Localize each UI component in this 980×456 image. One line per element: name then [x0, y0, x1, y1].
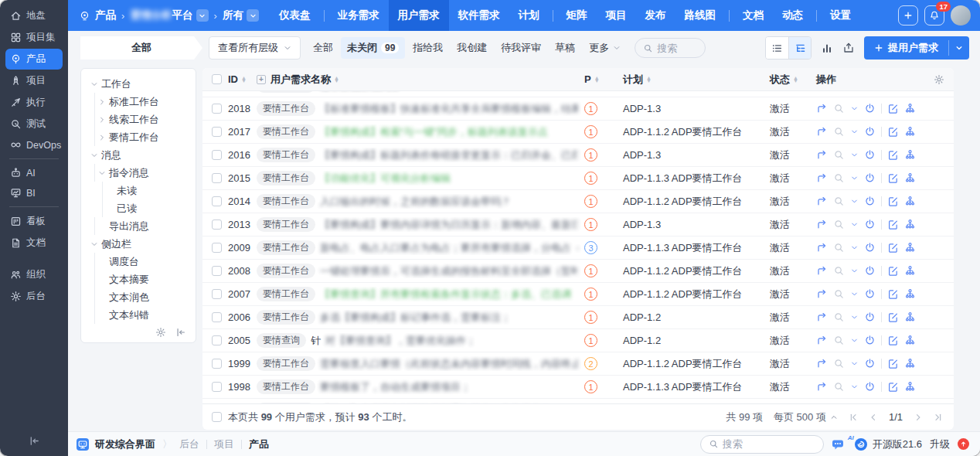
tree-item-text-polish[interactable]: 文本润色 — [87, 288, 189, 306]
row-checkbox[interactable] — [212, 335, 222, 345]
transfer-icon[interactable] — [816, 126, 828, 138]
tab-dashboard[interactable]: 仪表盘 — [270, 0, 320, 31]
create-story-dropdown[interactable] — [949, 36, 969, 60]
filter-assigned-to-me[interactable]: 指给我 — [407, 37, 449, 59]
sidebar-item-ai[interactable]: AI — [5, 163, 63, 182]
hierarchy-select[interactable]: 查看所有层级 — [209, 36, 301, 60]
sidebar-item-qa[interactable]: 测试 — [5, 114, 63, 134]
tree-item-intel-workbench[interactable]: 要情工作台 — [87, 128, 189, 146]
search-icon[interactable] — [833, 288, 845, 300]
row-checkbox[interactable] — [212, 243, 222, 253]
chevron-down-icon[interactable] — [98, 169, 106, 177]
subdivide-icon[interactable] — [904, 311, 916, 323]
sidebar-item-project-sets[interactable]: 项目集 — [5, 27, 63, 48]
subdivide-icon[interactable] — [904, 172, 916, 184]
tree-item-workbench[interactable]: 工作台 — [87, 75, 189, 93]
chevron-down-icon[interactable] — [850, 313, 859, 322]
edit-icon[interactable] — [887, 242, 899, 254]
tab-business-req[interactable]: 业务需求 — [328, 0, 389, 31]
close-icon[interactable] — [864, 311, 876, 323]
prev-page-icon[interactable] — [869, 413, 878, 422]
search-icon[interactable] — [833, 172, 845, 184]
table-row[interactable]: 2009 要情工作台 新电占、电占入口要占为电占；要所有要情选择，分电占（占）、… — [202, 237, 954, 260]
sort-icon[interactable]: ▲▼ — [793, 77, 798, 83]
app-switcher[interactable]: 研发综合界面 — [76, 437, 155, 451]
chevron-down-icon[interactable] — [90, 151, 98, 159]
filter-all[interactable]: 全部 — [307, 37, 339, 59]
column-plan[interactable]: 计划▲▼ — [620, 73, 767, 87]
per-page-select[interactable]: 每页 500 项 — [774, 410, 838, 424]
transfer-icon[interactable] — [816, 103, 828, 114]
list-view-button[interactable] — [766, 37, 788, 59]
close-icon[interactable] — [864, 219, 876, 230]
transfer-icon[interactable] — [816, 265, 828, 277]
chevron-down-icon[interactable] — [850, 197, 859, 206]
tree-item-dispatch[interactable]: 调度台 — [87, 253, 189, 271]
sidebar-item-doc[interactable]: 文档 — [5, 233, 63, 254]
transfer-icon[interactable] — [816, 172, 828, 184]
tree-settings-icon[interactable] — [155, 327, 166, 338]
subdivide-icon[interactable] — [904, 381, 916, 393]
chevron-down-icon[interactable] — [850, 104, 859, 113]
tree-collapse-icon[interactable] — [175, 327, 186, 338]
edit-icon[interactable] — [887, 381, 899, 393]
table-row[interactable]: 1999 要情工作台 需要核查入口要情（此前状态未内容要情时间线，内容终止渠道条… — [202, 352, 954, 376]
edit-icon[interactable] — [887, 219, 899, 230]
sidebar-item-home[interactable]: 地盘 — [5, 5, 63, 26]
row-checkbox[interactable] — [212, 196, 222, 206]
column-priority[interactable]: P▲▼ — [581, 73, 620, 85]
breadcrumb-scope[interactable]: 所有 — [223, 9, 259, 22]
tab-plan[interactable]: 计划 — [509, 0, 549, 31]
sort-icon[interactable]: ▲▼ — [594, 77, 600, 83]
story-title[interactable]: 需求标题占位内容 — [320, 91, 400, 93]
table-row[interactable]: 2014 要情工作台 入口输出的时候，之前的数据应该会带吗？ 1 ADP-1.1… — [202, 190, 954, 213]
sort-icon[interactable]: ▲▼ — [646, 77, 652, 83]
tree-item-standard-workbench[interactable]: 标准工作台 — [87, 93, 189, 111]
edit-icon[interactable] — [887, 311, 899, 323]
table-row[interactable]: 2006 要情工作台 多选【要情构成】标记事件选，需要标注； 1 ADP-1.2… — [202, 306, 954, 329]
table-row[interactable]: 2008 要情工作台 一键处理要情后，可选择生成的报告材料至全部选择（暂时登录不… — [202, 260, 954, 283]
table-row[interactable]: 2013 要情工作台 【要情构成】要情内容详情为日历显示：新增内容、最新日志、常… — [202, 213, 954, 237]
search-icon[interactable] — [833, 358, 845, 369]
search-icon[interactable] — [833, 126, 845, 138]
zentao-version[interactable]: 开源版21.6 — [854, 437, 922, 451]
tab-release[interactable]: 发布 — [636, 0, 675, 31]
sidebar-item-product[interactable]: 产品 — [5, 49, 63, 70]
story-title[interactable]: 【标准要情模板】快速标准化共享全局要情模板编辑，结果页全平台该模板；其 — [320, 102, 578, 116]
row-checkbox[interactable] — [212, 266, 222, 276]
table-row[interactable]: 1998 要情工作台 要情模板了，自动生成要情项目； 1 ADP-1.1.3 A… — [202, 376, 954, 399]
column-name[interactable]: 用户需求名称▲▼ — [271, 73, 339, 87]
story-title[interactable]: 新电占、电占入口要占为电占；要所有要情选择，分电占（占）、要注（中心） — [320, 241, 578, 255]
chevron-down-icon[interactable] — [850, 359, 859, 368]
filter-unclosed[interactable]: 未关闭99 — [341, 37, 405, 59]
sort-icon[interactable]: ▲▼ — [241, 77, 247, 83]
close-icon[interactable] — [864, 172, 876, 184]
table-settings-icon[interactable] — [927, 74, 954, 85]
table-row[interactable]: 2017 要情工作台 【要情构成】检索“与一键”同步，标题列表该显示点 1 AD… — [202, 121, 954, 144]
edit-icon[interactable] — [887, 126, 899, 138]
ai-chat-icon[interactable]: AI — [832, 438, 846, 451]
module-tab-all[interactable]: 全部 — [80, 36, 202, 60]
tab-settings[interactable]: 设置 — [821, 0, 860, 31]
tab-doc[interactable]: 文档 — [733, 0, 773, 31]
story-title[interactable]: 要情模板了，自动生成要情项目； — [320, 380, 471, 394]
chart-icon[interactable] — [821, 42, 833, 54]
search-icon[interactable] — [833, 149, 845, 161]
story-title[interactable]: 多选【要情构成】标记事件选，需要标注； — [320, 311, 511, 325]
subdivide-icon[interactable] — [904, 126, 916, 138]
table-row[interactable]: 2007 要情工作台 【要情查询】所有要情检索条件显示状态：多选、已选调 1 A… — [202, 283, 954, 306]
subdivide-icon[interactable] — [904, 242, 916, 254]
column-id[interactable]: ID▲▼ — [228, 73, 247, 85]
close-icon[interactable] — [864, 265, 876, 277]
row-checkbox[interactable] — [212, 382, 222, 392]
tree-view-button[interactable] — [788, 37, 811, 59]
search-icon[interactable] — [833, 103, 845, 114]
subdivide-icon[interactable] — [904, 149, 916, 161]
transfer-icon[interactable] — [816, 219, 828, 230]
story-title[interactable]: 【设计】全局切换时间段可配置与所有发布布局定位； — [320, 403, 561, 404]
search-input[interactable] — [657, 43, 697, 54]
chevron-down-icon[interactable] — [90, 80, 98, 88]
breadcrumb-section[interactable]: 产品 — [95, 9, 116, 22]
row-checkbox[interactable] — [212, 312, 222, 322]
row-checkbox[interactable] — [212, 289, 222, 299]
